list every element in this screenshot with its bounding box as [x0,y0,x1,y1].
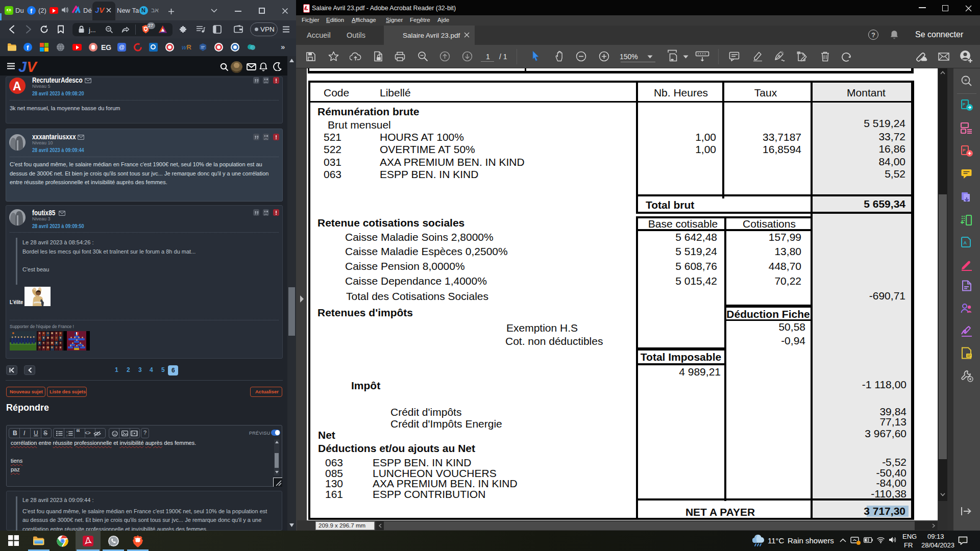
svg-text:P: P [963,148,966,153]
svg-text:1: 1 [66,431,68,433]
svg-text:P: P [963,102,966,107]
svg-text:A: A [964,240,967,245]
svg-text:2: 2 [66,434,68,436]
